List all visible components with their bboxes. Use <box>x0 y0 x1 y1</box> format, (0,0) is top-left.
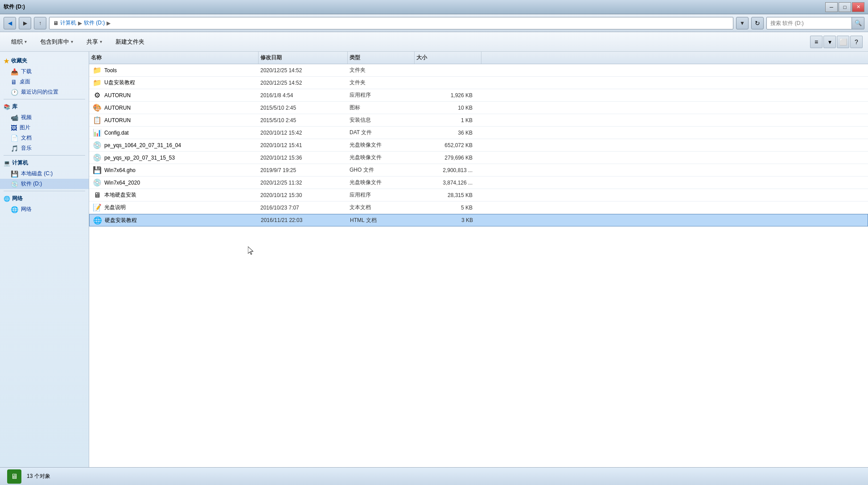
window-controls: ─ □ ✕ <box>825 2 864 12</box>
table-row[interactable]: 💾 Win7x64.gho 2019/9/7 19:25 GHO 文件 2,90… <box>89 164 868 177</box>
network-header[interactable]: 🌐 网络 <box>0 193 89 204</box>
table-row[interactable]: ⚙ AUTORUN 2016/1/8 4:54 应用程序 1,926 KB <box>89 89 868 102</box>
sidebar-item-desktop-label: 桌面 <box>20 78 30 86</box>
include-label: 包含到库中 <box>40 38 69 46</box>
file-name: U盘安装教程 <box>104 79 135 86</box>
close-button[interactable]: ✕ <box>852 2 864 12</box>
file-name: Win7x64.gho <box>104 167 136 173</box>
sidebar-item-c-drive-label: 本地磁盘 (C:) <box>21 170 53 177</box>
table-row[interactable]: 📝 光盘说明 2016/10/23 7:07 文本文档 5 KB <box>89 201 868 214</box>
table-row[interactable]: 📋 AUTORUN 2015/5/10 2:45 安装信息 1 KB <box>89 114 868 127</box>
divider-2 <box>4 155 85 156</box>
view-arrow-button[interactable]: ▾ <box>823 36 836 48</box>
file-date: 2020/12/25 14:52 <box>259 67 348 74</box>
file-date: 2020/10/12 15:41 <box>259 142 348 148</box>
favorites-header[interactable]: ★ 收藏夹 <box>0 55 89 66</box>
main-area: ★ 收藏夹 📥 下载 🖥 桌面 🕐 最近访问的位置 📚 库 <box>0 52 868 467</box>
search-input[interactable] <box>767 20 852 26</box>
sidebar-item-recent-label: 最近访问的位置 <box>21 88 58 96</box>
file-size: 2,900,813 ... <box>415 167 481 173</box>
column-name-header[interactable]: 名称 <box>89 52 259 64</box>
sidebar-item-recent[interactable]: 🕐 最近访问的位置 <box>0 87 89 97</box>
table-row[interactable]: 💿 pe_yqs_1064_20_07_31_16_04 2020/10/12 … <box>89 139 868 152</box>
table-row[interactable]: 🎨 AUTORUN 2015/5/10 2:45 图标 10 KB <box>89 102 868 114</box>
sidebar-item-pictures[interactable]: 🖼 图片 <box>0 123 89 133</box>
library-header[interactable]: 📚 库 <box>0 101 89 112</box>
file-type: 光盘映像文件 <box>348 179 415 186</box>
table-row[interactable]: 🖥 本地硬盘安装 2020/10/12 15:30 应用程序 28,315 KB <box>89 189 868 201</box>
status-icon-symbol: 🖥 <box>11 473 18 481</box>
file-name-cell: 💿 Win7x64_2020 <box>89 178 259 187</box>
view-pane-button[interactable]: ⬜ <box>837 36 849 48</box>
file-size: 1 KB <box>415 117 481 123</box>
maximize-button[interactable]: □ <box>839 2 851 12</box>
organize-arrow: ▾ <box>25 39 27 44</box>
status-app-icon: 🖥 <box>7 469 21 484</box>
file-size: 279,696 KB <box>415 155 481 161</box>
star-icon: ★ <box>4 58 9 65</box>
table-row[interactable]: 📁 U盘安装教程 2020/12/25 14:52 文件夹 <box>89 77 868 89</box>
computer-header[interactable]: 💻 计算机 <box>0 157 89 169</box>
file-icon: 💿 <box>93 178 102 187</box>
recent-icon: 🕐 <box>11 89 18 96</box>
file-date: 2015/5/10 2:45 <box>259 117 348 123</box>
sidebar-item-video[interactable]: 📹 视频 <box>0 112 89 123</box>
file-name: Win7x64_2020 <box>104 180 140 186</box>
table-row[interactable]: 🌐 硬盘安装教程 2016/11/21 22:03 HTML 文档 3 KB <box>89 214 868 226</box>
download-icon: 📥 <box>11 68 18 75</box>
refresh-button[interactable]: ↻ <box>751 17 764 29</box>
include-library-button[interactable]: 包含到库中 ▾ <box>34 35 79 49</box>
path-drive[interactable]: 软件 (D:) <box>84 19 105 27</box>
organize-button[interactable]: 组织 ▾ <box>5 35 33 49</box>
view-list-button[interactable]: ≡ <box>810 36 823 48</box>
file-type: 图标 <box>348 104 415 111</box>
file-icon: 🎨 <box>93 103 102 112</box>
file-name-cell: 📁 Tools <box>89 66 259 75</box>
path-computer[interactable]: 计算机 <box>60 19 76 27</box>
sidebar-item-network[interactable]: 🌐 网络 <box>0 204 89 214</box>
titlebar: 软件 (D:) ─ □ ✕ <box>0 0 868 14</box>
minimize-button[interactable]: ─ <box>825 2 838 12</box>
file-size: 10 KB <box>415 105 481 111</box>
divider-3 <box>4 191 85 191</box>
column-date-header[interactable]: 修改日期 <box>259 52 348 64</box>
computer-icon: 💻 <box>4 160 10 166</box>
file-name-cell: 🎨 AUTORUN <box>89 103 259 112</box>
up-button[interactable]: ↑ <box>34 17 46 29</box>
file-icon: 💿 <box>93 153 102 162</box>
sidebar-item-music[interactable]: 🎵 音乐 <box>0 143 89 153</box>
back-button[interactable]: ◀ <box>4 17 16 29</box>
table-row[interactable]: 💿 Win7x64_2020 2020/12/25 11:32 光盘映像文件 3… <box>89 177 868 189</box>
sidebar-item-documents[interactable]: 📄 文档 <box>0 133 89 143</box>
address-path[interactable]: 🖥 计算机 ▶ 软件 (D:) ▶ <box>49 17 733 29</box>
file-icon: 📊 <box>93 128 102 137</box>
file-type: 文件夹 <box>348 66 415 74</box>
file-name-cell: 💿 pe_yqs_1064_20_07_31_16_04 <box>89 141 259 150</box>
table-row[interactable]: 💿 pe_yqs_xp_20_07_31_15_53 2020/10/12 15… <box>89 152 868 164</box>
file-type: 文件夹 <box>348 79 415 86</box>
statusbar: 🖥 13 个对象 <box>0 467 868 485</box>
new-folder-button[interactable]: 新建文件夹 <box>110 35 150 49</box>
help-button[interactable]: ? <box>850 36 863 48</box>
file-date: 2016/1/8 4:54 <box>259 92 348 99</box>
column-type-header[interactable]: 类型 <box>348 52 415 64</box>
sidebar-item-desktop[interactable]: 🖥 桌面 <box>0 77 89 87</box>
video-icon: 📹 <box>11 114 18 121</box>
include-arrow: ▾ <box>71 39 73 44</box>
file-date: 2019/9/7 19:25 <box>259 167 348 173</box>
column-size-header[interactable]: 大小 <box>415 52 481 64</box>
table-row[interactable]: 📁 Tools 2020/12/25 14:52 文件夹 <box>89 64 868 77</box>
file-name: pe_yqs_xp_20_07_31_15_53 <box>104 155 175 161</box>
sidebar-item-d-drive[interactable]: 💿 软件 (D:) <box>0 179 89 189</box>
address-dropdown-button[interactable]: ▼ <box>736 17 749 29</box>
sidebar-item-download[interactable]: 📥 下载 <box>0 66 89 77</box>
share-button[interactable]: 共享 ▾ <box>81 35 108 49</box>
sidebar-item-c-drive[interactable]: 💾 本地磁盘 (C:) <box>0 169 89 179</box>
forward-button[interactable]: ▶ <box>19 17 31 29</box>
table-row[interactable]: 📊 Config.dat 2020/10/12 15:42 DAT 文件 36 … <box>89 127 868 139</box>
file-icon: 💾 <box>93 166 102 175</box>
search-button[interactable]: 🔍 <box>852 17 864 29</box>
library-section: 📚 库 📹 视频 🖼 图片 📄 文档 🎵 音乐 <box>0 101 89 153</box>
sidebar-item-video-label: 视频 <box>21 114 32 121</box>
file-rows-container: 📁 Tools 2020/12/25 14:52 文件夹 📁 U盘安装教程 20… <box>89 64 868 226</box>
